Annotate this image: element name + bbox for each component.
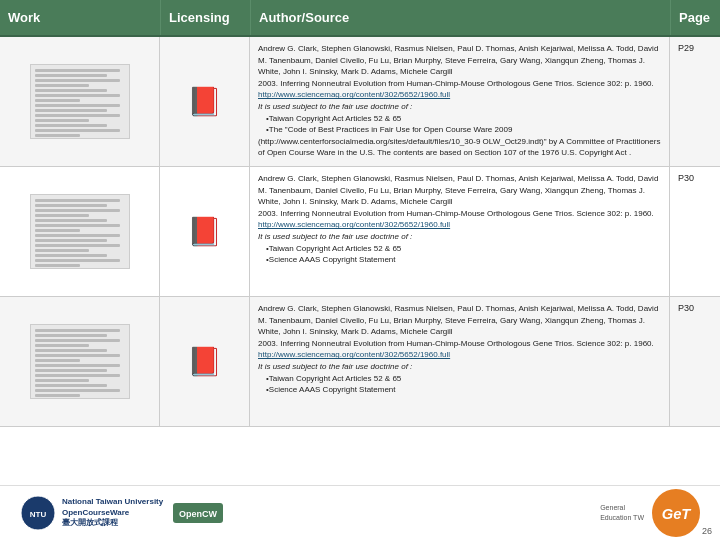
get-logo-icon: GeT	[652, 487, 700, 539]
author-cell-2: Andrew G. Clark, Stephen Glanowski, Rasm…	[250, 167, 670, 296]
licensing-icon-3: 📕	[160, 297, 250, 426]
ocw-logo: OpenCW	[173, 503, 223, 523]
ocw-icon: OpenCW	[173, 503, 223, 523]
table-header: Work Licensing Author/Source Page	[0, 0, 720, 37]
author-cell-3: Andrew G. Clark, Stephen Glanowski, Rasm…	[250, 297, 670, 426]
cc-book-icon-1: 📕	[187, 85, 222, 118]
footer: NTU National Taiwan University OpenCours…	[0, 485, 720, 540]
author-text-1: Andrew G. Clark, Stephen Glanowski, Rasm…	[258, 43, 661, 159]
page-cell-1: P29	[670, 37, 720, 166]
licensing-icon-1: 📕	[160, 37, 250, 166]
author-cell-1: Andrew G. Clark, Stephen Glanowski, Rasm…	[250, 37, 670, 166]
table-row: 📕 Andrew G. Clark, Stephen Glanowski, Ra…	[0, 37, 720, 167]
footer-left: NTU National Taiwan University OpenCours…	[20, 495, 223, 531]
page-cell-3: P30	[670, 297, 720, 426]
svg-text:OpenCW: OpenCW	[179, 509, 218, 519]
main-table: Work Licensing Author/Source Page	[0, 0, 720, 427]
work-thumbnail-2	[0, 167, 160, 296]
work-thumbnail-1	[0, 37, 160, 166]
footer-right: General Education TW GeT	[600, 489, 700, 537]
header-author: Author/Source	[250, 0, 670, 35]
page-number: 26	[702, 526, 712, 536]
thumbnail-image-3	[30, 324, 130, 399]
get-logo-circle: GeT	[652, 489, 700, 537]
header-licensing: Licensing	[160, 0, 250, 35]
get-label: General Education TW	[600, 503, 644, 523]
cc-book-icon-2: 📕	[187, 215, 222, 248]
author-link-3[interactable]: http://www.sciencemag.org/content/302/56…	[258, 350, 450, 359]
author-text-2: Andrew G. Clark, Stephen Glanowski, Rasm…	[258, 173, 661, 266]
licensing-icon-2: 📕	[160, 167, 250, 296]
author-text-3: Andrew G. Clark, Stephen Glanowski, Rasm…	[258, 303, 661, 396]
header-page: Page	[670, 0, 720, 35]
thumbnail-image-2	[30, 194, 130, 269]
ntu-text: National Taiwan University OpenCourseWar…	[62, 497, 163, 528]
svg-text:NTU: NTU	[30, 510, 47, 519]
page-cell-2: P30	[670, 167, 720, 296]
ntu-logo-icon: NTU	[20, 495, 56, 531]
table-row: 📕 Andrew G. Clark, Stephen Glanowski, Ra…	[0, 297, 720, 427]
svg-text:GeT: GeT	[662, 506, 693, 522]
author-link-2[interactable]: http://www.sciencemag.org/content/302/56…	[258, 220, 450, 229]
work-thumbnail-3	[0, 297, 160, 426]
header-work: Work	[0, 0, 160, 35]
table-row: 📕 Andrew G. Clark, Stephen Glanowski, Ra…	[0, 167, 720, 297]
author-link-1[interactable]: http://www.sciencemag.org/content/302/56…	[258, 90, 450, 99]
cc-book-icon-3: 📕	[187, 345, 222, 378]
thumbnail-image-1	[30, 64, 130, 139]
